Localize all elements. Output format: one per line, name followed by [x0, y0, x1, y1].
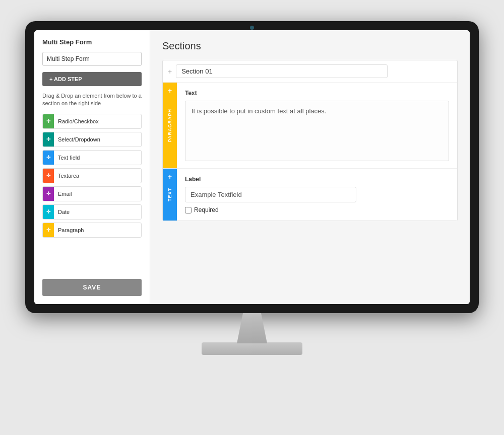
radio-label: Radio/Checkbox	[54, 118, 103, 124]
sections-title: Sections	[162, 40, 458, 52]
text-content: Label Required	[177, 169, 457, 221]
required-row: Required	[185, 206, 449, 213]
textfield-color-bar: ✛	[43, 151, 54, 165]
section-container: + + PARAGRAPH Text It is possible to put…	[162, 60, 458, 221]
text-input[interactable]	[185, 187, 356, 202]
monitor-neck	[237, 313, 267, 343]
required-label: Required	[194, 206, 219, 213]
panel-title: Multi Step Form	[42, 38, 142, 46]
right-panel: Sections + + PARAGRAPH Text	[150, 30, 470, 304]
textarea-color-bar: ✛	[43, 169, 54, 183]
text-field-label: Label	[185, 176, 449, 183]
date-label: Date	[54, 209, 74, 215]
camera-dot	[250, 26, 254, 30]
element-item-select[interactable]: ✛ Select/Dropdown	[42, 132, 142, 147]
required-checkbox[interactable]	[185, 207, 192, 213]
monitor-base	[202, 342, 302, 355]
paragraph-content: Text It is possible to put in custom tex…	[177, 83, 457, 168]
add-step-button[interactable]: + ADD STEP	[42, 72, 142, 86]
monitor: Multi Step Form + ADD STEP Drag & Drop a…	[25, 21, 479, 414]
text-tab-plus: +	[168, 173, 172, 181]
form-name-input[interactable]	[42, 52, 142, 66]
date-color-bar: ✛	[43, 205, 54, 219]
monitor-stand	[202, 313, 302, 374]
section-name-input[interactable]	[176, 64, 388, 78]
text-tab-label: TEXT	[167, 188, 172, 201]
paragraph-element-row: + PARAGRAPH Text It is possible to put i…	[163, 83, 457, 169]
paragraph-color-bar: ✛	[43, 223, 54, 237]
monitor-screen: Multi Step Form + ADD STEP Drag & Drop a…	[34, 30, 470, 304]
text-element-row: + TEXT Label Required	[163, 169, 457, 221]
email-label: Email	[54, 191, 76, 197]
paragraph-tab-label: PARAGRAPH	[167, 109, 172, 142]
monitor-body: Multi Step Form + ADD STEP Drag & Drop a…	[25, 21, 479, 313]
radio-color-bar: ✛	[43, 114, 54, 128]
paragraph-field-label: Text	[185, 90, 449, 97]
paragraph-text-content[interactable]: It is possible to put in custom text at …	[185, 101, 449, 161]
save-button[interactable]: SAVE	[42, 279, 142, 296]
text-tab[interactable]: + TEXT	[163, 169, 177, 221]
section-plus-icon[interactable]: +	[168, 67, 172, 76]
select-label: Select/Dropdown	[54, 136, 104, 142]
left-panel: Multi Step Form + ADD STEP Drag & Drop a…	[34, 30, 150, 304]
textarea-label: Textarea	[54, 173, 83, 179]
element-list: ✛ Radio/Checkbox ✛ Select/Dropdown ✛ Tex…	[42, 114, 142, 273]
paragraph-tab[interactable]: + PARAGRAPH	[163, 83, 177, 168]
section-header: +	[163, 60, 457, 83]
paragraph-label: Paragraph	[54, 227, 88, 233]
element-item-date[interactable]: ✛ Date	[42, 204, 142, 220]
select-color-bar: ✛	[43, 132, 54, 147]
textfield-label: Text field	[54, 155, 84, 161]
paragraph-tab-plus: +	[168, 87, 172, 95]
element-item-email[interactable]: ✛ Email	[42, 186, 142, 201]
element-item-textfield[interactable]: ✛ Text field	[42, 150, 142, 165]
element-item-radio[interactable]: ✛ Radio/Checkbox	[42, 114, 142, 129]
element-item-textarea[interactable]: ✛ Textarea	[42, 168, 142, 183]
drag-hint-text: Drag & Drop an element from below to a s…	[42, 92, 142, 108]
email-color-bar: ✛	[43, 187, 54, 201]
element-item-paragraph[interactable]: ✛ Paragraph	[42, 223, 142, 238]
